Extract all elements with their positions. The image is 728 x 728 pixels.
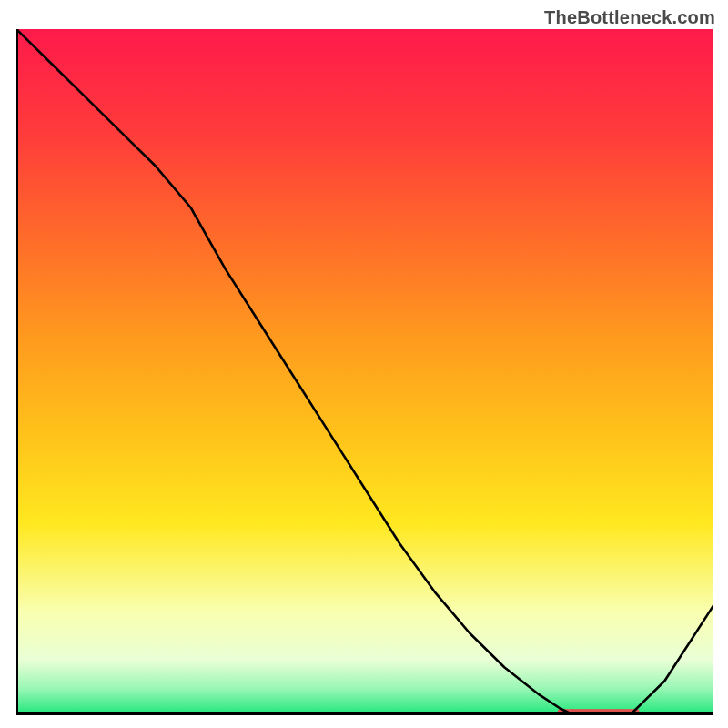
chart-plot-area	[16, 29, 713, 715]
chart-svg	[16, 29, 713, 715]
watermark-text: TheBottleneck.com	[544, 7, 715, 28]
